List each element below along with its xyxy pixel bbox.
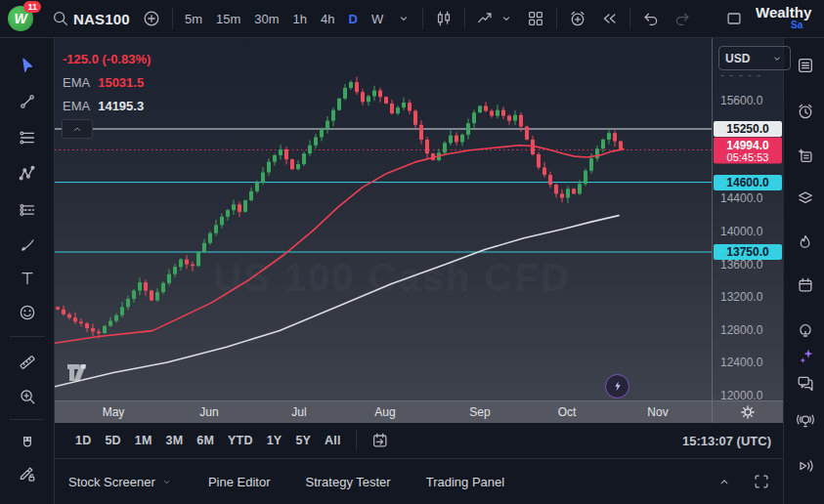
undo-button[interactable] bbox=[635, 5, 667, 32]
legend-collapse-button[interactable] bbox=[62, 119, 93, 139]
badge-price: 15250.0 bbox=[714, 122, 782, 136]
fib-lines-tool[interactable] bbox=[13, 125, 42, 150]
panel-tab-trading-panel[interactable]: Trading Panel bbox=[426, 475, 504, 489]
range-1d[interactable]: 1D bbox=[68, 430, 98, 451]
panel-expand-up-button[interactable] bbox=[716, 472, 732, 491]
candlestick-chart bbox=[55, 38, 712, 400]
range-buttons: 1D5D1M3M6MYTD1Y5YAll bbox=[68, 430, 348, 451]
layout-grid-button[interactable] bbox=[520, 5, 551, 32]
range-toolbar: 1D5D1M3M6MYTD1Y5YAll 15:13:07 (UTC) bbox=[55, 423, 783, 458]
ai-sparkle-button[interactable] bbox=[792, 344, 821, 369]
time-axis-months[interactable]: MayJunJulAugSepOctNov bbox=[55, 401, 712, 423]
utc-clock[interactable]: 15:13:07 (UTC) bbox=[682, 434, 771, 448]
go-to-date-button[interactable] bbox=[365, 429, 396, 452]
magnet-tool[interactable] bbox=[13, 431, 42, 456]
range-1m[interactable]: 1M bbox=[128, 430, 159, 451]
hotlist-flame-button[interactable] bbox=[791, 230, 820, 255]
chart-settings-button[interactable] bbox=[712, 401, 783, 423]
position-tool-icon bbox=[18, 200, 37, 220]
chat-button[interactable] bbox=[791, 370, 820, 396]
interval-15m[interactable]: 15m bbox=[209, 8, 247, 30]
ruler-tool[interactable] bbox=[13, 350, 42, 375]
chart-canvas[interactable]: US 100 Cash CFD -125.0 (-0.83%) EMA15031… bbox=[55, 38, 712, 400]
currency-dropdown[interactable]: USD bbox=[718, 46, 791, 70]
trend-line-tool[interactable] bbox=[13, 89, 42, 114]
legend-change-row[interactable]: -125.0 (-0.83%) bbox=[63, 48, 151, 71]
text-icon bbox=[18, 269, 37, 288]
axis-tick-124000: 12400.0 bbox=[720, 356, 762, 369]
create-alert-button[interactable] bbox=[562, 5, 593, 32]
ema-line-1[interactable] bbox=[55, 216, 619, 387]
panel-controls bbox=[716, 472, 771, 491]
brush-tool[interactable] bbox=[13, 232, 42, 258]
calendar-button[interactable] bbox=[791, 273, 820, 298]
interval-5m[interactable]: 5m bbox=[178, 8, 209, 30]
interval-group: 5m15m30m1h4hDW bbox=[178, 8, 390, 30]
xabcd-pattern-tool[interactable] bbox=[13, 161, 42, 187]
chart-style-button[interactable] bbox=[428, 5, 459, 32]
interval-30m[interactable]: 30m bbox=[247, 8, 285, 30]
chevron-down-icon bbox=[396, 11, 412, 26]
panel-tab-strategy-tester[interactable]: Strategy Tester bbox=[305, 475, 390, 489]
news-compose-button[interactable] bbox=[791, 144, 820, 169]
symbol-name: NAS100 bbox=[73, 11, 130, 27]
range-6m[interactable]: 6M bbox=[190, 430, 221, 451]
ema2-label: EMA bbox=[63, 99, 90, 113]
live-ideas-button[interactable] bbox=[791, 407, 820, 433]
legend-ema1-row[interactable]: EMA15031.5 bbox=[63, 71, 151, 95]
range-5y[interactable]: 5Y bbox=[288, 430, 318, 451]
axis-tick-136000: 13600.0 bbox=[720, 258, 762, 272]
chevron-down-icon bbox=[160, 476, 173, 488]
range-ytd[interactable]: YTD bbox=[221, 430, 260, 451]
range-1y[interactable]: 1Y bbox=[260, 430, 289, 451]
range-5d[interactable]: 5D bbox=[98, 430, 127, 451]
zoom-in-tool[interactable] bbox=[13, 384, 42, 409]
fullscreen-button[interactable] bbox=[718, 5, 750, 32]
interval-1h[interactable]: 1h bbox=[286, 8, 314, 30]
undo-icon bbox=[641, 9, 661, 28]
chart-legend: -125.0 (-0.83%) EMA15031.5 EMA14195.3 bbox=[63, 48, 151, 118]
watchlist-icon bbox=[796, 56, 815, 75]
panel-tab-stock-screener[interactable]: Stock Screener bbox=[68, 475, 173, 489]
trend-line-icon bbox=[18, 92, 37, 111]
indicators-button[interactable] bbox=[470, 5, 520, 32]
interval-4h[interactable]: 4h bbox=[314, 8, 341, 30]
bar-replay-button[interactable] bbox=[593, 5, 625, 32]
legend-ema2-row[interactable]: EMA14195.3 bbox=[63, 95, 151, 118]
interval-more-button[interactable] bbox=[390, 7, 417, 30]
quick-trade-lightning-button[interactable] bbox=[605, 374, 629, 399]
chevron-down-icon bbox=[770, 52, 784, 65]
ideas-bulb-button[interactable] bbox=[791, 318, 820, 344]
redo-button[interactable] bbox=[667, 5, 698, 32]
redo-icon bbox=[672, 9, 692, 28]
position-tool-tool[interactable] bbox=[13, 197, 42, 223]
emoji-tool[interactable] bbox=[13, 300, 42, 325]
draw-lock-tool[interactable] bbox=[13, 461, 42, 486]
layers-button[interactable] bbox=[791, 186, 820, 211]
streams-play-button[interactable] bbox=[791, 453, 820, 479]
watchlist-button[interactable] bbox=[791, 53, 820, 78]
candles-icon bbox=[434, 9, 454, 28]
emoji-icon bbox=[18, 303, 37, 322]
broker-logo[interactable]: W 11 bbox=[6, 4, 39, 33]
text-tool[interactable] bbox=[13, 266, 42, 291]
panel-tab-pine-editor[interactable]: Pine Editor bbox=[208, 475, 271, 489]
cursor-tool[interactable] bbox=[13, 53, 42, 78]
tradingview-logo[interactable] bbox=[67, 364, 97, 383]
compare-add-symbol-button[interactable] bbox=[136, 5, 167, 32]
toolbar-separator bbox=[556, 8, 557, 29]
live-ideas-icon bbox=[796, 410, 815, 430]
month-label-may: May bbox=[103, 405, 125, 419]
range-all[interactable]: All bbox=[318, 430, 348, 451]
symbol-search-button[interactable]: NAS100 bbox=[45, 5, 136, 32]
interval-D[interactable]: D bbox=[342, 8, 365, 30]
ema-line-0[interactable] bbox=[55, 146, 624, 343]
interval-W[interactable]: W bbox=[365, 8, 390, 30]
brand-name: Wealthy bbox=[756, 6, 824, 19]
calendar-icon bbox=[796, 275, 815, 295]
price-axis[interactable]: USD - - - - -15600.014400.014000.013600.… bbox=[712, 38, 784, 400]
alerts-clock-button[interactable] bbox=[791, 99, 820, 124]
range-3m[interactable]: 3M bbox=[159, 430, 191, 451]
fib-lines-icon bbox=[18, 128, 37, 147]
panel-maximize-button[interactable] bbox=[752, 472, 771, 491]
